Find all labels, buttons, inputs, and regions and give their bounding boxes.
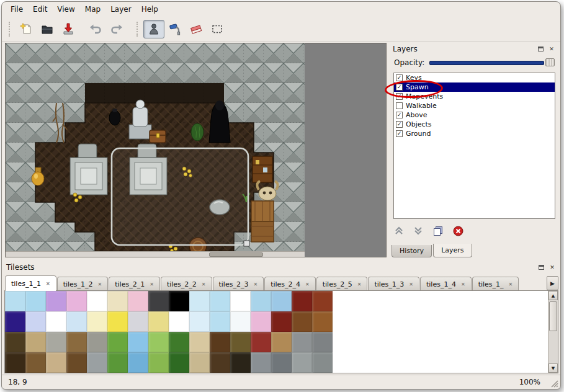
tileset-tile[interactable] — [210, 332, 230, 352]
tileset-tile[interactable] — [87, 352, 107, 373]
tileset-tab-tiles_1_1[interactable]: tiles_1_1✕ — [5, 275, 56, 291]
layer-visibility-checkbox[interactable]: ✓ — [396, 74, 403, 81]
tileset-tab-tiles_2_3[interactable]: tiles_2_3✕ — [213, 277, 264, 291]
tileset-tile[interactable] — [46, 291, 66, 311]
tileset-tile[interactable] — [312, 332, 333, 352]
tileset-tab-tiles_2_1[interactable]: tiles_2_1✕ — [109, 277, 160, 291]
toolbar-handle[interactable] — [137, 22, 140, 37]
tileset-tile[interactable] — [292, 352, 312, 373]
tileset-tile[interactable] — [46, 311, 66, 332]
tileset-tile[interactable] — [66, 352, 87, 373]
map-viewport[interactable] — [5, 43, 387, 257]
menu-map[interactable]: Map — [80, 3, 105, 16]
tileset-tile[interactable] — [107, 291, 128, 311]
tileset-tile[interactable] — [107, 332, 128, 352]
save-button[interactable] — [58, 20, 79, 38]
menu-layer[interactable]: Layer — [105, 3, 136, 16]
tileset-tile[interactable] — [25, 311, 46, 332]
dock-close-button[interactable]: ✕ — [547, 45, 556, 53]
tileset-tile[interactable] — [66, 291, 87, 311]
dock-close-button[interactable]: ✕ — [548, 263, 557, 272]
layer-row-keys[interactable]: ✓Keys — [394, 73, 555, 82]
tileset-tab-tiles_1_4[interactable]: tiles_1_4✕ — [420, 277, 472, 291]
layer-visibility-checkbox[interactable]: ✓ — [396, 93, 403, 100]
tileset-tile[interactable] — [148, 311, 169, 332]
tileset-tile[interactable] — [251, 352, 271, 373]
tileset-tile[interactable] — [128, 311, 148, 332]
opacity-slider[interactable] — [429, 58, 555, 67]
tileset-tile[interactable] — [66, 311, 87, 332]
map-selection[interactable] — [112, 148, 249, 246]
tileset-tile[interactable] — [230, 352, 251, 373]
entity-tool-button[interactable] — [143, 20, 164, 38]
tileset-tile[interactable] — [271, 291, 292, 311]
layer-visibility-checkbox[interactable] — [396, 102, 403, 109]
tab-close-icon[interactable]: ✕ — [305, 282, 310, 287]
tab-close-icon[interactable]: ✕ — [409, 282, 413, 287]
tileset-tile[interactable] — [5, 332, 25, 352]
tab-close-icon[interactable]: ✕ — [202, 282, 206, 287]
layer-row-spawn[interactable]: ✓Spawn — [394, 82, 555, 92]
tileset-tile[interactable] — [107, 311, 128, 332]
undo-button[interactable] — [85, 20, 106, 38]
tileset-tile[interactable] — [251, 311, 271, 332]
tileset-tab-tiles_2_5[interactable]: tiles_2_5✕ — [316, 277, 368, 291]
tileset-tile[interactable] — [66, 332, 87, 352]
tileset-tile[interactable] — [128, 352, 148, 373]
duplicate-layer-button[interactable] — [432, 226, 444, 236]
tileset-tile[interactable] — [189, 352, 210, 373]
tileset-tile[interactable] — [87, 332, 107, 352]
tileset-tile[interactable] — [148, 291, 169, 311]
layer-row-walkable[interactable]: Walkable — [394, 101, 555, 110]
menu-edit[interactable]: Edit — [28, 3, 52, 16]
tileset-tile[interactable] — [169, 291, 189, 311]
tileset-tile[interactable] — [210, 311, 230, 332]
tab-close-icon[interactable]: ✕ — [150, 282, 154, 287]
tileset-tile[interactable] — [292, 311, 312, 332]
tileset-tab-tiles_2_2[interactable]: tiles_2_2✕ — [161, 277, 212, 291]
map-horizontal-scrollbar[interactable] — [6, 251, 305, 257]
move-layer-up-button[interactable] — [394, 226, 404, 236]
tileset-tile[interactable] — [25, 291, 46, 311]
tileset-tile[interactable] — [25, 332, 46, 352]
layer-visibility-checkbox[interactable]: ✓ — [396, 84, 403, 91]
move-layer-down-button[interactable] — [413, 226, 423, 236]
menu-help[interactable]: Help — [137, 3, 163, 16]
tileset-tile[interactable] — [210, 352, 230, 373]
tileset-tab-tiles_2_4[interactable]: tiles_2_4✕ — [264, 277, 316, 291]
tileset-tile[interactable] — [189, 332, 210, 352]
map-canvas[interactable] — [6, 43, 305, 251]
tileset-tile[interactable] — [169, 332, 189, 352]
tileset-tab-tiles_1_2[interactable]: tiles_1_2✕ — [57, 277, 109, 291]
tileset-tile[interactable] — [230, 332, 251, 352]
tileset-tab-tiles_1_[interactable]: tiles_1_✕ — [472, 277, 519, 291]
tileset-tile[interactable] — [251, 332, 271, 352]
tileset-tab-tiles_1_3[interactable]: tiles_1_3✕ — [368, 277, 419, 291]
tileset-tile[interactable] — [292, 332, 312, 352]
tab-close-icon[interactable]: ✕ — [98, 282, 102, 287]
dock-float-button[interactable] — [537, 263, 545, 272]
tileset-tile[interactable] — [5, 311, 25, 332]
tileset-tile[interactable] — [46, 332, 66, 352]
tileset-tile[interactable] — [169, 311, 189, 332]
open-file-button[interactable] — [37, 20, 58, 38]
layer-row-mapevents[interactable]: ✓Mapevents — [394, 92, 555, 101]
tileset-tile[interactable] — [25, 352, 46, 373]
eraser-tool-button[interactable] — [186, 20, 207, 38]
tileset-tile[interactable] — [148, 352, 169, 373]
tileset-tile[interactable] — [87, 291, 107, 311]
tileset-tile[interactable] — [230, 311, 251, 332]
scroll-down-button[interactable]: ▼ — [548, 363, 558, 373]
new-file-button[interactable] — [16, 20, 37, 38]
tileset-tile[interactable] — [169, 352, 189, 373]
tileset-tile[interactable] — [230, 291, 251, 311]
tab-close-icon[interactable]: ✕ — [357, 282, 362, 287]
tab-close-icon[interactable]: ✕ — [509, 282, 513, 287]
tileset-tile[interactable] — [5, 291, 25, 311]
tileset-tile[interactable] — [87, 311, 107, 332]
tab-close-icon[interactable]: ✕ — [46, 281, 50, 287]
tileset-tile[interactable] — [271, 352, 292, 373]
tileset-tile[interactable] — [210, 291, 230, 311]
tileset-tile[interactable] — [148, 332, 169, 352]
scroll-up-button[interactable]: ▲ — [548, 291, 558, 300]
